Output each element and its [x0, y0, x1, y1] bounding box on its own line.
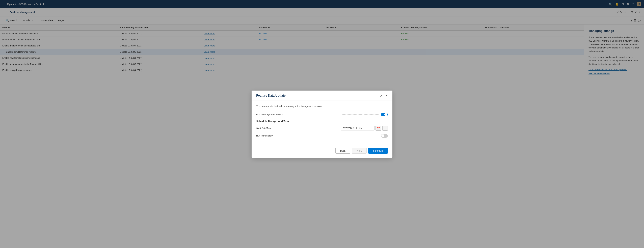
- dotted-separator: [342, 114, 379, 114]
- feature-data-update-modal: Feature Data Update ⤢ ✕ The data update …: [252, 90, 392, 158]
- modal-footer: Back Next Schedule: [252, 145, 392, 158]
- run-in-background-label: Run In Background Session: [256, 113, 341, 116]
- modal-overlay: Feature Data Update ⤢ ✕ The data update …: [0, 0, 644, 248]
- run-immediately-row: Run Immediately: [256, 134, 388, 138]
- modal-close-icon[interactable]: ✕: [385, 94, 388, 98]
- modal-header-icons: ⤢ ✕: [380, 94, 388, 98]
- run-in-background-row: Run In Background Session: [256, 113, 388, 116]
- modal-title: Feature Data Update: [256, 94, 286, 98]
- modal-expand-icon[interactable]: ⤢: [380, 94, 382, 98]
- schedule-button[interactable]: Schedule: [368, 148, 388, 154]
- run-immediately-label: Run Immediately: [256, 134, 341, 137]
- date-input-group: 📅 …: [341, 126, 388, 130]
- calendar-button[interactable]: 📅: [376, 126, 381, 130]
- dotted-separator: [302, 128, 339, 128]
- run-in-background-toggle[interactable]: [381, 113, 388, 116]
- start-datetime-label: Start Date/Time: [256, 127, 301, 130]
- date-more-button[interactable]: …: [382, 126, 388, 130]
- modal-description: The data update task will be running in …: [256, 104, 388, 108]
- run-immediately-toggle[interactable]: [381, 134, 388, 138]
- schedule-section-title: Schedule Background Task: [256, 120, 388, 122]
- back-button[interactable]: Back: [336, 148, 350, 154]
- next-button[interactable]: Next: [352, 148, 366, 154]
- modal-body: The data update task will be running in …: [252, 100, 392, 145]
- start-datetime-row: Start Date/Time 📅 …: [256, 126, 388, 130]
- start-datetime-input[interactable]: [341, 126, 374, 130]
- modal-header: Feature Data Update ⤢ ✕: [252, 90, 392, 100]
